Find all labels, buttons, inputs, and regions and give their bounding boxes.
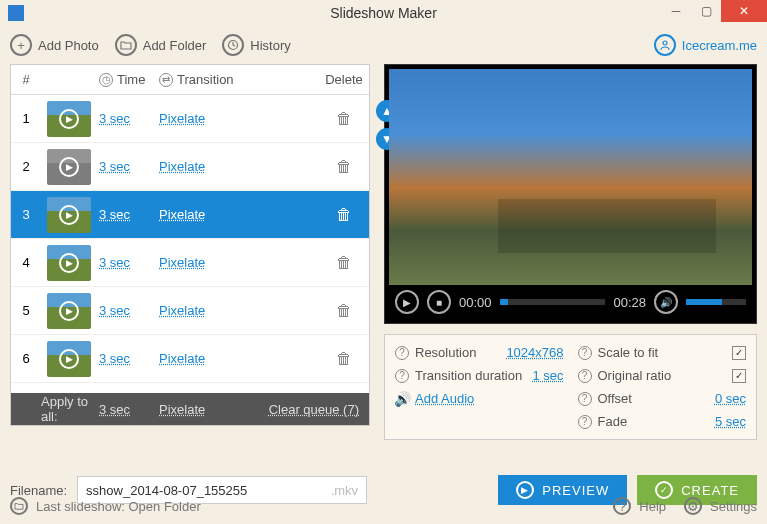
slide-thumbnail[interactable]: ▶ (47, 197, 91, 233)
trans-dur-value[interactable]: 1 sec (532, 368, 563, 383)
window-title: Slideshow Maker (330, 5, 437, 21)
svg-point-1 (663, 41, 667, 45)
resolution-label: Resolution (415, 345, 500, 360)
app-icon (8, 5, 24, 21)
row-time-link[interactable]: 3 sec (99, 207, 130, 222)
col-delete: Delete (319, 72, 369, 87)
window-controls: ─ ▢ ✕ (661, 0, 767, 22)
clear-queue-link[interactable]: Clear queue (7) (269, 402, 359, 417)
toolbar: + Add Photo Add Folder History Icecream.… (0, 26, 767, 64)
row-time-link[interactable]: 3 sec (99, 159, 130, 174)
table-row[interactable]: 4▶3 secPixelate🗑 (11, 239, 369, 287)
play-icon: ▶ (59, 109, 79, 129)
apply-transition-link[interactable]: Pixelate (159, 402, 205, 417)
clock-icon: ◷ (99, 73, 113, 87)
row-time-link[interactable]: 3 sec (99, 111, 130, 126)
offset-label: Offset (598, 391, 709, 406)
preview-panel: ▶ ■ 00:00 00:28 🔊 (384, 64, 757, 324)
row-transition-link[interactable]: Pixelate (159, 255, 205, 270)
scale-checkbox[interactable]: ✓ (732, 346, 746, 360)
delete-icon[interactable]: 🗑 (336, 206, 352, 223)
add-audio-link[interactable]: Add Audio (415, 391, 474, 406)
apply-time-link[interactable]: 3 sec (99, 402, 130, 417)
stop-button[interactable]: ■ (427, 290, 451, 314)
apply-to-all-label: Apply to all: (41, 394, 99, 424)
row-transition-link[interactable]: Pixelate (159, 159, 205, 174)
maximize-button[interactable]: ▢ (691, 0, 721, 22)
settings-link[interactable]: Settings (710, 499, 757, 514)
delete-icon[interactable]: 🗑 (336, 350, 352, 367)
player-controls: ▶ ■ 00:00 00:28 🔊 (389, 285, 752, 319)
play-icon: ▶ (59, 205, 79, 225)
ratio-checkbox[interactable]: ✓ (732, 369, 746, 383)
help-icon: ? (578, 392, 592, 406)
slide-thumbnail[interactable]: ▶ (47, 149, 91, 185)
folder-icon (115, 34, 137, 56)
delete-icon[interactable]: 🗑 (336, 254, 352, 271)
add-photo-label: Add Photo (38, 38, 99, 53)
minimize-button[interactable]: ─ (661, 0, 691, 22)
last-slideshow-link[interactable]: Last slideshow: Open Folder (36, 499, 201, 514)
row-number: 2 (11, 159, 41, 174)
audio-icon: 🔊 (395, 392, 409, 406)
delete-icon[interactable]: 🗑 (336, 302, 352, 319)
mute-button[interactable]: 🔊 (654, 290, 678, 314)
resolution-value[interactable]: 1024x768 (506, 345, 563, 360)
slide-thumbnail[interactable]: ▶ (47, 101, 91, 137)
help-icon: ? (578, 415, 592, 429)
help-icon: ? (578, 369, 592, 383)
play-icon: ▶ (59, 157, 79, 177)
slides-panel: # ◷Time ⇄Transition Delete 1▶3 secPixela… (10, 64, 370, 470)
help-icon: ? (578, 346, 592, 360)
add-folder-button[interactable]: Add Folder (115, 34, 207, 56)
fade-value[interactable]: 5 sec (715, 414, 746, 429)
delete-icon[interactable]: 🗑 (336, 110, 352, 127)
play-icon: ▶ (59, 253, 79, 273)
transition-icon: ⇄ (159, 73, 173, 87)
table-row[interactable]: 3▶3 secPixelate🗑 (11, 191, 369, 239)
settings-panel: ?Resolution1024x768 ?Scale to fit✓ ?Tran… (384, 334, 757, 440)
table-row[interactable]: 1▶3 secPixelate🗑 (11, 95, 369, 143)
slide-thumbnail[interactable]: ▶ (47, 245, 91, 281)
help-icon: ? (613, 497, 631, 515)
row-number: 4 (11, 255, 41, 270)
table-row[interactable]: 6▶3 secPixelate🗑 (11, 335, 369, 383)
row-time-link[interactable]: 3 sec (99, 351, 130, 366)
history-button[interactable]: History (222, 34, 290, 56)
help-icon: ? (395, 346, 409, 360)
ratio-label: Original ratio (598, 368, 727, 383)
brand-label: Icecream.me (682, 38, 757, 53)
play-button[interactable]: ▶ (395, 290, 419, 314)
slide-thumbnail[interactable]: ▶ (47, 293, 91, 329)
row-time-link[interactable]: 3 sec (99, 303, 130, 318)
slide-thumbnail[interactable]: ▶ (47, 341, 91, 377)
row-transition-link[interactable]: Pixelate (159, 303, 205, 318)
play-icon: ▶ (59, 301, 79, 321)
row-transition-link[interactable]: Pixelate (159, 351, 205, 366)
add-photo-button[interactable]: + Add Photo (10, 34, 99, 56)
trans-dur-label: Transition duration (415, 368, 526, 383)
user-icon (654, 34, 676, 56)
scale-label: Scale to fit (598, 345, 727, 360)
seek-bar[interactable] (500, 299, 606, 305)
table-row[interactable]: 5▶3 secPixelate🗑 (11, 287, 369, 335)
col-time: ◷Time (93, 72, 153, 87)
brand-link[interactable]: Icecream.me (654, 34, 757, 56)
history-icon (222, 34, 244, 56)
titlebar: Slideshow Maker ─ ▢ ✕ (0, 0, 767, 26)
volume-bar[interactable] (686, 299, 746, 305)
history-label: History (250, 38, 290, 53)
offset-value[interactable]: 0 sec (715, 391, 746, 406)
preview-image (389, 69, 752, 285)
close-button[interactable]: ✕ (721, 0, 767, 22)
apply-to-all-row: Apply to all: 3 sec Pixelate Clear queue… (11, 393, 369, 425)
play-icon: ▶ (59, 349, 79, 369)
row-transition-link[interactable]: Pixelate (159, 207, 205, 222)
table-row[interactable]: 2▶3 secPixelate🗑 (11, 143, 369, 191)
row-time-link[interactable]: 3 sec (99, 255, 130, 270)
folder-icon (10, 497, 28, 515)
help-link[interactable]: Help (639, 499, 666, 514)
row-transition-link[interactable]: Pixelate (159, 111, 205, 126)
delete-icon[interactable]: 🗑 (336, 158, 352, 175)
col-number: # (11, 72, 41, 87)
